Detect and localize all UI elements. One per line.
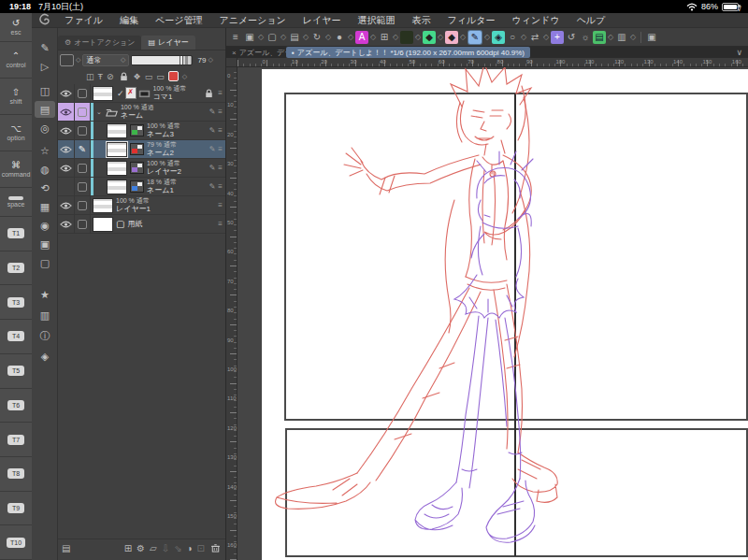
stepper-icon[interactable]: ◇	[459, 33, 467, 41]
sub-view-tool[interactable]: ▢	[35, 254, 55, 271]
layer-prop-icon-4[interactable]: ❖	[134, 72, 141, 81]
layer-check-cell[interactable]	[75, 122, 91, 139]
layer-search-tool[interactable]: ◈	[35, 348, 55, 365]
rotate-canvas-icon[interactable]: ↻	[310, 31, 324, 44]
menu-item-2[interactable]: ページ管理	[147, 14, 210, 27]
stepper-icon[interactable]: ◇	[369, 33, 377, 41]
layer-prop-icon-0[interactable]: ◫	[86, 72, 94, 81]
duplicate-icon[interactable]: ▥	[615, 31, 628, 44]
stepper-icon[interactable]: ◇	[302, 33, 309, 41]
layer-thumbnail[interactable]	[93, 217, 113, 232]
palette-color-chip[interactable]	[60, 54, 74, 66]
edge-key-shift[interactable]: ⇧shift	[0, 79, 32, 115]
panel-toggle-icon[interactable]: ▤	[62, 543, 70, 553]
menu-item-8[interactable]: ウィンドウ	[503, 14, 568, 27]
info-tool[interactable]: ⓘ	[35, 327, 55, 344]
blue-pen-icon[interactable]: ✎	[468, 31, 482, 44]
stepper-icon[interactable]: ◇	[414, 33, 422, 41]
palette-tab-layers[interactable]: ▤レイヤー	[141, 36, 194, 50]
row-menu-icon[interactable]: ≡	[218, 145, 223, 153]
layer-visibility-cell[interactable]	[58, 178, 75, 195]
edge-key-T6[interactable]: T6	[0, 389, 32, 424]
screenshot-icon[interactable]: ▣	[645, 31, 658, 44]
layer-visibility-cell[interactable]	[58, 215, 75, 233]
pink-material-icon[interactable]: ◆	[445, 31, 458, 44]
layer-check-cell[interactable]	[75, 84, 91, 102]
layer-visibility-cell[interactable]	[58, 84, 75, 102]
row-menu-icon[interactable]: ≡	[218, 164, 223, 172]
document-tab-0[interactable]: ×アズール、デー	[226, 47, 286, 58]
layer-visibility-cell[interactable]	[58, 122, 75, 139]
edge-key-option[interactable]: ⌥option	[0, 115, 32, 151]
stepper-icon[interactable]: ◇	[437, 33, 444, 41]
text-tool-icon[interactable]: A	[355, 31, 368, 44]
rotate-view-icon[interactable]: ↺	[565, 31, 578, 44]
clip-studio-logo[interactable]	[32, 13, 56, 27]
edge-key-command[interactable]: ⌘command	[0, 151, 32, 188]
workspace-icon[interactable]: ▣	[243, 31, 256, 44]
layer-thumbnail[interactable]	[93, 198, 113, 213]
layer-visibility-cell[interactable]	[58, 140, 75, 158]
layer-color-stepper-icon[interactable]: ◇	[182, 73, 187, 80]
layer-row-ネーム3[interactable]: 100 % 通常ネーム3✎≡	[58, 122, 225, 140]
edge-key-esc[interactable]: ↺esc	[0, 13, 32, 42]
layer-prop-icon-5[interactable]: ▭	[145, 72, 153, 81]
layer-row-ネーム2[interactable]: ✎79 % 通常ネーム2✎≡	[58, 140, 225, 159]
layer-check-cell[interactable]	[75, 103, 91, 121]
material-tool[interactable]: ◍	[35, 161, 55, 178]
canvas-area[interactable]	[237, 67, 748, 560]
grid-tool[interactable]: ▦	[35, 198, 55, 215]
flip-view-icon[interactable]: ⇄	[528, 31, 541, 44]
opacity-stepper-icon[interactable]: ◇	[208, 56, 212, 64]
lock-icon[interactable]	[118, 72, 130, 81]
chip-stepper-icon[interactable]: ◇	[76, 56, 80, 64]
stepper-icon[interactable]: ◇	[520, 33, 527, 41]
layer-check-cell[interactable]	[75, 215, 91, 233]
apply-mask-icon[interactable]: ⊡	[197, 543, 205, 553]
folder-chevron-icon[interactable]: ⌄	[96, 108, 102, 116]
menu-item-7[interactable]: フィルター	[439, 14, 504, 27]
command-bar-chevron-icon[interactable]: ∨	[736, 3, 742, 13]
layer-prop-icon-6[interactable]: ▭	[156, 72, 165, 81]
layer-color-chip[interactable]	[168, 71, 179, 81]
menu-item-4[interactable]: レイヤー	[295, 14, 350, 27]
green-layers-icon[interactable]: ▤	[593, 31, 606, 44]
layer-prop-icon-1[interactable]: Ŧ	[98, 72, 104, 81]
layer-thumbnail[interactable]	[107, 123, 127, 138]
export-icon[interactable]: ▤	[288, 31, 301, 44]
dark-material-icon[interactable]	[400, 31, 413, 44]
layer-row-用紙[interactable]: ▢用紙≡	[58, 215, 225, 234]
layer-row-コマ1[interactable]: ✓✗100 % 通常コマ1≡	[58, 84, 225, 103]
layer-check-cell[interactable]	[75, 178, 91, 195]
layer-tool[interactable]: ▤	[35, 101, 55, 118]
layer-thumbnail[interactable]	[107, 142, 127, 157]
layer-row-ネーム1[interactable]: 18 % 通常ネーム1✎≡	[58, 178, 225, 196]
delete-layer-icon[interactable]	[209, 543, 222, 553]
menu-item-1[interactable]: 編集	[111, 14, 147, 27]
layer-thumbnail[interactable]	[93, 86, 113, 101]
menu-item-6[interactable]: 表示	[404, 14, 439, 27]
edge-key-T3[interactable]: T3	[0, 285, 32, 320]
row-menu-icon[interactable]: ≡	[218, 126, 223, 135]
stepper-icon[interactable]: ◇	[629, 33, 637, 41]
layer-row-レイヤー1[interactable]: 100 % 通常レイヤー1≡	[58, 196, 225, 215]
layer-thumbnail[interactable]	[107, 161, 127, 176]
tab-close-icon[interactable]: ×	[232, 49, 237, 57]
layer-mask-icon[interactable]: ◑	[187, 543, 193, 553]
menu-item-5[interactable]: 選択範囲	[350, 14, 404, 27]
operation-tool[interactable]: ▷	[35, 58, 55, 75]
frame-border-tool[interactable]: ◫	[35, 82, 55, 99]
new-layer-settings-icon[interactable]: ⚙	[137, 543, 145, 553]
edge-key-T8[interactable]: T8	[0, 457, 32, 492]
stepper-icon[interactable]: ◇	[542, 33, 550, 41]
layer-visibility-cell[interactable]	[58, 159, 75, 177]
edge-key-T10[interactable]: T10	[0, 525, 32, 560]
layer-prop-icon-2[interactable]: ⊘	[107, 72, 114, 81]
purple-move-icon[interactable]: +	[551, 31, 564, 44]
menu-item-0[interactable]: ファイル	[56, 14, 111, 27]
layer-row-ネーム[interactable]: ⌄100 % 通過ネーム✎≡	[58, 103, 225, 122]
stepper-icon[interactable]: ◇	[483, 33, 491, 41]
edge-key-T4[interactable]: T4	[0, 320, 32, 354]
new-layer-icon[interactable]: ⊞	[124, 543, 132, 553]
transform-tool[interactable]: ⟲	[35, 179, 55, 196]
